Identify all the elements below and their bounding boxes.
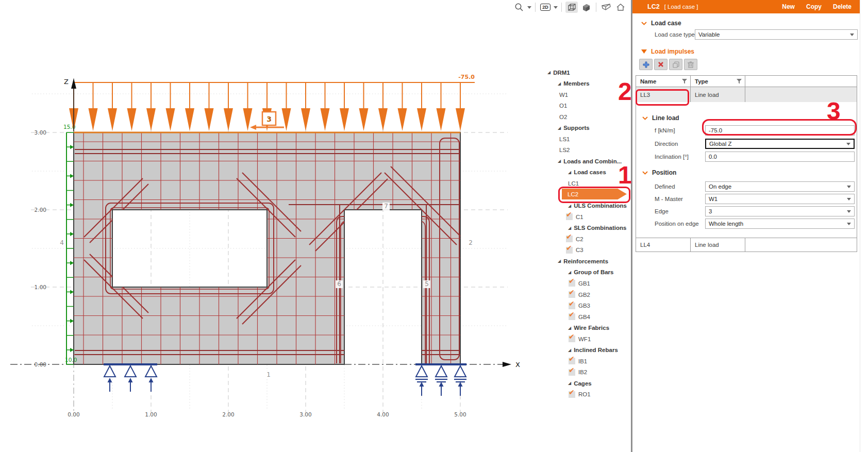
tree-item-reinforcements[interactable]: ◢Reinforcements — [558, 256, 608, 266]
tree-item-sls-combinations[interactable]: ◢SLS Combinations — [568, 223, 626, 233]
visibility-checkbox[interactable]: ✔ — [569, 313, 575, 320]
remove-impulse-button[interactable] — [654, 59, 667, 70]
tree-item-gb4[interactable]: ✔GB4 — [569, 312, 590, 322]
defined-select[interactable]: On edge — [705, 181, 855, 192]
tree-item-c1[interactable]: ✔C1 — [566, 212, 583, 222]
chevron-down-icon — [847, 186, 851, 188]
panel-scroll-area[interactable] — [860, 0, 868, 452]
tree-item-supports[interactable]: ◢Supports — [558, 123, 590, 133]
tree-item-wire-fabrics[interactable]: ◢Wire Fabrics — [568, 323, 609, 333]
expander-icon[interactable]: ◢ — [568, 326, 571, 330]
tree-item-lc2-selected[interactable]: LC2 — [562, 189, 627, 199]
tree-item-o2[interactable]: O2 — [559, 112, 567, 122]
tree-item-ls2[interactable]: LS2 — [559, 145, 570, 155]
tree-item-drm1[interactable]: ◢DRM1 — [547, 68, 570, 77]
visibility-checkbox[interactable]: ✔ — [566, 213, 573, 220]
filter-icon[interactable] — [682, 79, 687, 84]
tree-item-group-of-bars[interactable]: ◢Group of Bars — [568, 267, 613, 277]
line-load-ll3[interactable]: -75.03 — [69, 74, 475, 131]
copy-button[interactable]: Copy — [806, 3, 822, 10]
check-icon: ✔ — [569, 355, 575, 363]
tree-item-ro1[interactable]: ✔RO1 — [569, 390, 591, 399]
edge-select[interactable]: 3 — [705, 206, 855, 216]
point-supports[interactable] — [104, 363, 466, 396]
expander-icon[interactable]: ◢ — [558, 126, 561, 130]
panel-subtitle: [ Load case ] — [664, 4, 698, 10]
expander-icon[interactable]: ◢ — [568, 170, 571, 175]
model-canvas[interactable]: X15.010.0-75.03Z1245670.001.002.003.004.… — [0, 0, 536, 452]
impulse-row-ll4-name[interactable]: LL4 — [636, 238, 691, 252]
filter-icon[interactable] — [737, 79, 742, 84]
toolbar-divider — [535, 3, 536, 12]
tree-item-load-cases[interactable]: ◢Load cases — [568, 168, 606, 177]
m-select[interactable]: W1 — [705, 194, 855, 204]
position-section-header[interactable]: Position — [642, 169, 676, 176]
check-icon: ✔ — [569, 332, 575, 341]
delete-impulse-button[interactable] — [684, 59, 697, 70]
expander-icon[interactable]: ◢ — [558, 259, 561, 263]
direction-select[interactable]: Global Z — [705, 139, 855, 149]
inclination-input[interactable]: 0.0 — [705, 152, 855, 162]
tree-item-lc1[interactable]: LC1 — [568, 179, 579, 189]
f-input[interactable]: -75.0 — [705, 125, 855, 136]
tree-item-members[interactable]: ◢Members — [558, 79, 590, 89]
tree-item-ib2[interactable]: ✔IB2 — [569, 367, 587, 377]
line-load-section-header[interactable]: Line load — [642, 114, 679, 122]
plus-icon — [643, 61, 649, 68]
tree-item-loads-and-combin[interactable]: ◢Loads and Combin... — [558, 156, 622, 166]
visibility-checkbox[interactable]: ✔ — [569, 358, 575, 364]
expander-icon[interactable]: ◢ — [547, 70, 550, 75]
tree-item-wf1[interactable]: ✔WF1 — [569, 334, 591, 344]
visibility-checkbox[interactable]: ✔ — [569, 280, 575, 287]
add-impulse-button[interactable] — [639, 59, 653, 70]
tree-item-c3[interactable]: ✔C3 — [566, 245, 583, 255]
tree-item-inclined-rebars[interactable]: ◢Inclined Rebars — [568, 345, 618, 355]
tree-item-ib1[interactable]: ✔IB1 — [569, 356, 587, 366]
tree-item-uls-combinations[interactable]: ◢ULS Combinations — [568, 201, 627, 211]
impulse-row-ll4-type[interactable]: Line load — [690, 238, 745, 252]
table-header-type[interactable]: Type — [690, 75, 745, 87]
copy-impulse-button[interactable] — [669, 59, 682, 70]
property-panel-header: LC2 [ Load case ] New Copy Delete — [632, 0, 860, 13]
visibility-checkbox[interactable]: ✔ — [566, 247, 573, 254]
visibility-checkbox[interactable]: ✔ — [566, 236, 573, 242]
visibility-checkbox[interactable]: ✔ — [569, 303, 575, 309]
impulse-row-ll3-type[interactable]: Line load — [690, 87, 745, 103]
new-button[interactable]: New — [782, 3, 795, 10]
tree-item-gb2[interactable]: ✔GB2 — [569, 290, 590, 299]
tree-item-o1[interactable]: O1 — [559, 101, 567, 111]
expander-icon[interactable]: ◢ — [568, 348, 571, 353]
expander-icon[interactable]: ◢ — [568, 270, 571, 275]
visibility-checkbox[interactable]: ✔ — [569, 369, 575, 376]
check-icon: ✔ — [566, 210, 572, 219]
visibility-checkbox[interactable]: ✔ — [569, 291, 575, 298]
visibility-checkbox[interactable]: ✔ — [569, 336, 575, 342]
tree-item-ls1[interactable]: LS1 — [559, 134, 570, 144]
expander-icon[interactable]: ◢ — [568, 381, 571, 386]
tree-item-cages[interactable]: ◢Cages — [568, 378, 592, 388]
expander-icon[interactable]: ◢ — [558, 159, 561, 163]
tree-item-w1[interactable]: W1 — [559, 90, 568, 99]
tree-item-gb1[interactable]: ✔GB1 — [569, 278, 590, 288]
delete-button[interactable]: Delete — [833, 3, 852, 10]
load-impulses-section-header[interactable]: Load impulses — [641, 48, 694, 55]
tree-item-gb3[interactable]: ✔GB3 — [569, 301, 590, 311]
expander-icon[interactable]: ◢ — [568, 204, 571, 208]
load-case-section-header[interactable]: Load case — [641, 20, 681, 27]
load-case-type-select[interactable]: Variable — [695, 29, 858, 40]
expander-icon[interactable]: ◢ — [558, 81, 561, 86]
table-header-name[interactable]: Name — [636, 75, 691, 87]
field-label: Direction — [655, 141, 678, 147]
impulse-row-ll3-name[interactable]: LL3 — [636, 87, 691, 103]
svg-text:0.00: 0.00 — [68, 411, 79, 417]
impulse-row-ll4-blank[interactable] — [745, 238, 857, 252]
svg-text:1: 1 — [266, 371, 271, 378]
svg-text:6: 6 — [337, 280, 341, 288]
tree-item-c2[interactable]: ✔C2 — [566, 234, 583, 244]
visibility-checkbox[interactable]: ✔ — [569, 391, 575, 398]
position-select[interactable]: Whole length — [705, 219, 855, 229]
expander-icon[interactable]: ◢ — [568, 226, 571, 230]
svg-text:5: 5 — [425, 280, 429, 288]
zoom-dropdown-icon[interactable] — [527, 6, 531, 9]
zoom-icon[interactable] — [513, 2, 525, 13]
